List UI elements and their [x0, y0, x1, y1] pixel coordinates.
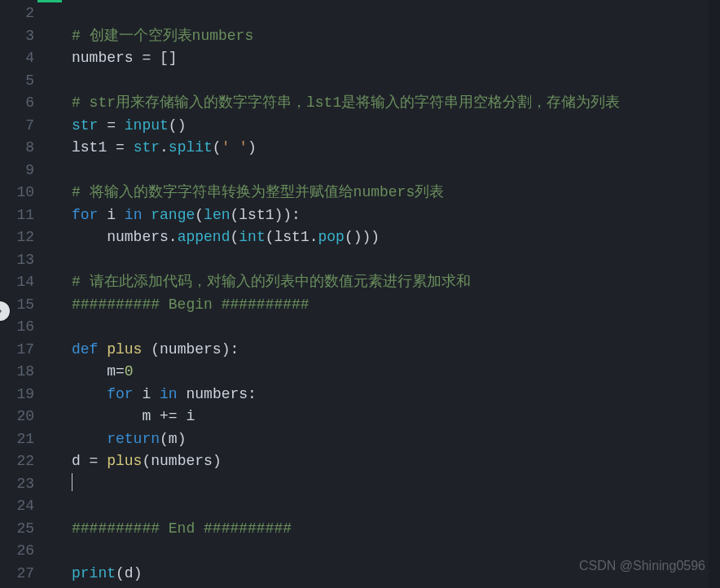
line-number: 17	[0, 339, 34, 362]
code-line[interactable]	[50, 316, 720, 339]
code-token: m	[142, 408, 151, 424]
code-token: (	[116, 565, 125, 581]
code-line[interactable]: def plus (numbers):	[50, 339, 720, 362]
code-token: print	[72, 565, 116, 581]
line-number-gutter: 2 3 4 5 6 7 8 9 10 11 12 13 14 15 16 17 …	[0, 0, 50, 588]
code-line[interactable]: # 将输入的数字字符串转换为整型并赋值给numbers列表	[50, 182, 720, 204]
code-line[interactable]: # 请在此添加代码，对输入的列表中的数值元素进行累加求和	[50, 271, 720, 294]
line-number: 22	[0, 450, 34, 473]
line-number: 21	[0, 428, 34, 451]
code-token: for	[72, 207, 98, 223]
code-token	[142, 207, 151, 223]
code-token	[98, 207, 107, 223]
code-line[interactable]	[50, 540, 720, 563]
code-line[interactable]	[50, 70, 720, 93]
line-number: 26	[0, 540, 34, 563]
code-token: =	[98, 117, 124, 134]
line-number: 6	[0, 92, 34, 115]
code-token: =	[81, 453, 107, 469]
code-token	[134, 386, 143, 402]
code-token: input	[125, 117, 169, 134]
code-token: str	[134, 139, 160, 156]
code-line[interactable]: lst1 = str.split(' ')	[50, 137, 720, 160]
code-line[interactable]: m=0	[50, 361, 720, 384]
code-token	[72, 386, 107, 402]
code-line[interactable]: print(d)	[50, 563, 720, 586]
code-token	[98, 341, 107, 358]
code-token: )	[134, 565, 143, 581]
code-line[interactable]: ########## Begin ##########	[50, 294, 720, 317]
code-editor[interactable]: 2 3 4 5 6 7 8 9 10 11 12 13 14 15 16 17 …	[0, 0, 720, 588]
code-line[interactable]	[50, 473, 720, 496]
code-token: i	[142, 386, 151, 402]
code-line[interactable]: m += i	[50, 406, 720, 428]
code-token: (lst1.	[266, 229, 318, 245]
code-line[interactable]: d = plus(numbers)	[50, 450, 720, 473]
code-token	[178, 386, 187, 402]
line-number: 19	[0, 384, 34, 406]
line-number: 14	[0, 271, 34, 294]
code-token: )	[248, 139, 257, 156]
code-line[interactable]	[50, 249, 720, 272]
code-token: (	[230, 229, 239, 245]
code-token: in	[160, 386, 178, 402]
code-token: len	[204, 207, 230, 223]
code-token: # 创建一个空列表numbers	[72, 28, 253, 44]
line-number: 8	[0, 137, 34, 160]
line-number: 12	[0, 226, 34, 249]
line-number: 18	[0, 361, 34, 384]
code-token: split	[169, 139, 213, 156]
code-line[interactable]: # 创建一个空列表numbers	[50, 25, 720, 48]
line-number: 4	[0, 47, 34, 70]
code-token: ########## Begin ##########	[72, 296, 310, 313]
code-token: 0	[125, 363, 134, 380]
code-token: # str用来存储输入的数字字符串，lst1是将输入的字符串用空格分割，存储为列…	[72, 94, 620, 111]
code-token: for	[107, 386, 133, 402]
line-number: 24	[0, 495, 34, 518]
line-number: 9	[0, 160, 34, 182]
code-line[interactable]: numbers.append(int(lst1.pop()))	[50, 226, 720, 249]
code-line[interactable]: for i in range(len(lst1)):	[50, 204, 720, 227]
code-token: :	[248, 386, 257, 402]
code-line[interactable]	[50, 160, 720, 182]
code-token: (	[160, 431, 169, 447]
code-line[interactable]: return(m)	[50, 428, 720, 451]
code-token: (	[142, 453, 151, 469]
code-line[interactable]	[50, 2, 720, 25]
code-token: ########## End ##########	[72, 520, 292, 537]
code-token: d	[125, 565, 134, 581]
code-token: ' '	[222, 139, 248, 156]
code-token: str	[72, 117, 98, 134]
code-token: # 请在此添加代码，对输入的列表中的数值元素进行累加求和	[72, 274, 471, 290]
code-line[interactable]: numbers = []	[50, 47, 720, 70]
code-token: i	[186, 408, 195, 424]
code-token: i	[107, 207, 116, 223]
code-line[interactable]	[50, 495, 720, 518]
code-line[interactable]: ########## End ##########	[50, 518, 720, 541]
code-token: int	[239, 229, 265, 245]
code-token: = []	[134, 50, 178, 66]
code-token: .	[160, 139, 169, 156]
line-number: 13	[0, 249, 34, 272]
code-token	[72, 363, 107, 380]
code-line[interactable]: # str用来存储输入的数字字符串，lst1是将输入的字符串用空格分割，存储为列…	[50, 92, 720, 115]
code-token: lst1	[72, 139, 107, 156]
code-line[interactable]: str = input()	[50, 115, 720, 138]
code-token: =	[107, 139, 133, 156]
line-number: 23	[0, 473, 34, 496]
code-token: )	[213, 453, 222, 469]
line-number: 5	[0, 70, 34, 93]
code-token: ()	[169, 117, 187, 134]
code-line[interactable]: for i in numbers:	[50, 384, 720, 406]
code-token	[116, 207, 125, 223]
code-token: pop	[318, 229, 345, 245]
chevron-right-icon: ›	[0, 305, 3, 317]
code-token	[72, 408, 142, 424]
vertical-scrollbar[interactable]	[709, 0, 720, 588]
line-number: 7	[0, 115, 34, 138]
line-number: 27	[0, 563, 34, 586]
code-area[interactable]: # 创建一个空列表numbersnumbers = []# str用来存储输入的…	[50, 0, 720, 588]
text-cursor	[72, 473, 72, 491]
code-token: .	[169, 229, 178, 245]
code-token: numbers	[151, 453, 213, 469]
